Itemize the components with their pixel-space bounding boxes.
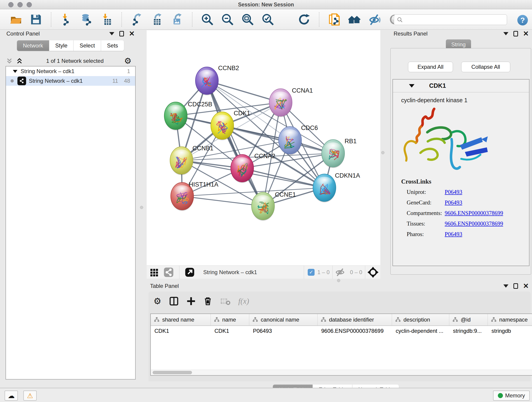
zoom-out-icon[interactable] — [221, 13, 234, 26]
crosslink-link[interactable]: P06493 — [445, 199, 462, 206]
table-cell[interactable]: CDK1 — [211, 326, 249, 336]
zoom-selected-icon[interactable] — [261, 13, 274, 26]
table-cell[interactable]: 9606.ENSP00000378699 — [317, 326, 392, 336]
table-cell[interactable]: cyclin-dependent ... — [392, 326, 449, 336]
network-node[interactable]: HIST1H1A — [171, 181, 218, 211]
table-collapse-icon[interactable] — [503, 284, 508, 288]
tab-style[interactable]: Style — [49, 40, 74, 51]
network-canvas[interactable]: CCNB2 CCNA1 CDC25B CDK1 CDC6 RB1 — [147, 30, 380, 265]
right-splitter-handle[interactable] — [381, 151, 385, 154]
import-table-icon[interactable] — [100, 13, 113, 26]
open-in-window-icon[interactable] — [185, 268, 195, 277]
app-window: Session: New Session ? Control Panel ✕ N… — [0, 0, 532, 402]
results-close-icon[interactable]: ✕ — [523, 31, 529, 36]
panel-collapse-icon[interactable] — [109, 32, 114, 35]
column-header-description[interactable]: description — [392, 314, 449, 325]
crosslink-link[interactable]: P06493 — [445, 189, 462, 195]
delete-table-icon[interactable] — [220, 297, 230, 306]
column-header-databaseidentifier[interactable]: database identifier — [317, 314, 392, 325]
apply-function-icon[interactable]: f(x) — [238, 297, 249, 306]
window-title: Session: New Session — [0, 2, 532, 8]
export-image-icon[interactable] — [171, 13, 184, 26]
network-options-gear-icon[interactable]: ⚙ — [124, 57, 132, 65]
refresh-icon[interactable] — [298, 13, 311, 26]
crosslink-link[interactable]: 9606.ENSP00000378699 — [445, 220, 503, 227]
table-row[interactable]: CDK1CDK1P064939606.ENSP00000378699cyclin… — [151, 326, 532, 336]
table-cell[interactable]: P06493 — [249, 326, 317, 336]
gene-section-header[interactable]: CDK1 — [393, 80, 529, 92]
tab-network[interactable]: Network — [17, 40, 49, 51]
show-columns-icon[interactable] — [169, 296, 179, 306]
node-label: CCNB2 — [218, 65, 239, 71]
protein-structure-image — [400, 105, 496, 176]
network-node[interactable]: CCNE1 — [252, 191, 296, 221]
tab-select[interactable]: Select — [74, 40, 101, 51]
column-header-namespace[interactable]: namespace — [488, 314, 532, 325]
column-header-sharedname[interactable]: shared name — [151, 314, 211, 325]
memory-button[interactable]: Memory — [493, 390, 530, 401]
search-input[interactable] — [403, 15, 507, 24]
table-float-icon[interactable] — [513, 283, 518, 289]
collection-expand-icon[interactable] — [13, 70, 17, 73]
table-cell[interactable]: stringdb:9... — [449, 326, 488, 336]
save-session-icon[interactable] — [29, 13, 43, 26]
search-field[interactable] — [394, 14, 507, 25]
table-settings-gear-icon[interactable]: ⚙ — [153, 296, 161, 306]
panel-close-icon[interactable]: ✕ — [129, 31, 135, 36]
network-selected-summary: 1 of 1 Network selected — [26, 58, 124, 64]
bottom-splitter-handle[interactable] — [337, 279, 340, 282]
home-icon[interactable] — [348, 13, 361, 26]
collapse-all-icon[interactable] — [6, 57, 13, 65]
network-node[interactable]: CDK1 — [211, 110, 250, 140]
results-collapse-icon[interactable] — [503, 32, 508, 35]
zoom-in-icon[interactable] — [201, 13, 214, 26]
network-node[interactable]: CDC6 — [279, 124, 318, 155]
export-table-icon[interactable] — [150, 13, 164, 26]
left-splitter-handle[interactable] — [140, 206, 143, 209]
network-node[interactable]: CDKN1A — [313, 172, 360, 202]
network-row[interactable]: String Network – cdk1 11 48 — [6, 76, 135, 86]
warnings-button[interactable]: ⚠ — [23, 390, 37, 401]
expand-all-icon[interactable] — [16, 57, 23, 65]
add-column-icon[interactable] — [186, 297, 196, 306]
cloud-button[interactable]: ☁ — [5, 390, 18, 401]
crosslink-link[interactable]: 9606.ENSP00000378699 — [445, 210, 503, 216]
network-share-icon[interactable] — [164, 267, 174, 277]
table-hscrollbar[interactable] — [150, 370, 532, 376]
network-edge-count: 48 — [124, 78, 130, 84]
network-node[interactable]: CCNB1 — [170, 145, 214, 175]
results-float-icon[interactable] — [513, 31, 518, 36]
column-header-canonicalname[interactable]: canonical name — [249, 314, 317, 325]
table-cell[interactable]: CDK1 — [151, 326, 211, 336]
column-type-icon — [395, 317, 401, 322]
tab-sets[interactable]: Sets — [101, 40, 124, 51]
hide-panel-icon[interactable] — [368, 13, 381, 26]
column-header-name[interactable]: name — [211, 314, 249, 325]
gene-collapse-icon[interactable] — [409, 84, 414, 88]
selected-nodes-checkbox[interactable]: ✓ — [308, 269, 315, 276]
network-view-toolbar: String Network – cdk1 ✓ 1 – 0 0 – 0 — [147, 265, 380, 279]
import-database-icon[interactable] — [80, 13, 93, 26]
table-cell[interactable]: stringdb — [488, 326, 532, 336]
export-network-icon[interactable] — [130, 13, 143, 26]
import-network-icon[interactable] — [60, 13, 73, 26]
network-collection-row[interactable]: String Network – cdk1 1 — [6, 66, 135, 76]
network-edge[interactable] — [182, 196, 263, 206]
table-close-icon[interactable]: ✕ — [523, 283, 529, 289]
delete-column-icon[interactable] — [203, 297, 212, 306]
share-file-icon[interactable] — [328, 13, 341, 26]
panel-float-icon[interactable] — [119, 31, 124, 36]
zoom-fit-icon[interactable] — [241, 13, 254, 26]
birdseye-grid-icon[interactable] — [149, 268, 159, 277]
collapse-all-button[interactable]: Collapse All — [461, 62, 510, 72]
expand-all-button[interactable]: Expand All — [408, 62, 453, 72]
help-button[interactable]: ? — [517, 15, 528, 26]
network-node[interactable]: RB1 — [322, 138, 357, 168]
hscroll-thumb[interactable] — [152, 371, 192, 374]
open-session-icon[interactable] — [9, 13, 22, 26]
crosslink-link[interactable]: P06493 — [445, 231, 462, 237]
title-bar: Session: New Session — [0, 0, 532, 9]
column-header-id[interactable]: @id — [449, 314, 488, 325]
fit-selected-crosshair-icon[interactable] — [367, 267, 379, 278]
node-label: CDC25B — [188, 101, 212, 108]
